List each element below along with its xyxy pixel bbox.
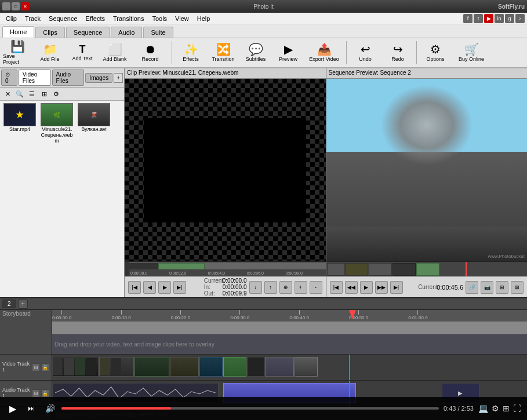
audio-lock-btn[interactable]: 🔒	[41, 389, 49, 397]
video-track-lock[interactable]: 🔒	[41, 363, 49, 371]
overlay-drop-zone[interactable]: Drag and drop your video, text and image…	[52, 334, 527, 354]
menu-view[interactable]: View	[172, 14, 192, 23]
clip-insert-button[interactable]: ⊕	[279, 281, 292, 294]
video-clip-4[interactable]	[170, 357, 199, 377]
add-text-button[interactable]: T Add Text	[67, 39, 97, 66]
seq-expand-button[interactable]: ⊠	[511, 281, 524, 294]
seq-current-value: 0:00:45.6	[437, 284, 463, 291]
menu-sequence[interactable]: Sequence	[45, 14, 81, 23]
maximize-button[interactable]: □	[12, 2, 20, 10]
effects-button[interactable]: ✨ Effects	[176, 39, 206, 66]
options-button[interactable]: ⚙ Options	[420, 39, 450, 66]
timeline-tab-2[interactable]: 2	[2, 300, 16, 308]
youtube-icon[interactable]: ▶	[484, 14, 493, 23]
audio-mute-btn[interactable]: M	[32, 389, 40, 397]
vp-window-icon[interactable]: ⊞	[503, 404, 510, 413]
title-bar-controls[interactable]: _ □ ✕	[2, 2, 29, 10]
video-track-content[interactable]	[52, 355, 527, 380]
video-clip-1[interactable]	[52, 357, 99, 377]
progress-bar[interactable]	[61, 407, 439, 410]
bin-search-button[interactable]: 🔍	[14, 89, 25, 99]
buy-label: Buy Online	[459, 56, 484, 62]
clip-zoom-out-button[interactable]: -	[310, 281, 322, 294]
clip-go-start-button[interactable]: |◀	[128, 281, 141, 294]
clip-zoom-in-button[interactable]: +	[295, 281, 307, 294]
preview-button[interactable]: ▶ Preview	[273, 39, 303, 66]
menu-transitions[interactable]: Transitions	[110, 14, 147, 23]
media-tab-audio[interactable]: Audio Files	[52, 70, 85, 86]
facebook-icon[interactable]: f	[463, 14, 473, 23]
seq-camera-button[interactable]: 📷	[481, 281, 493, 294]
transition-button[interactable]: 🔀 Transition	[208, 39, 238, 66]
media-item-minuscule[interactable]: 🌿 Minuscule21. Сперень.webm	[39, 103, 74, 144]
bin-list-view-button[interactable]: ☰	[27, 89, 37, 99]
add-blank-button[interactable]: ⬜ Add Blank	[100, 39, 130, 66]
video-clip-6[interactable]	[223, 357, 246, 377]
seq-go-end-button[interactable]: ▶|	[390, 281, 403, 294]
tab-home[interactable]: Home	[2, 26, 34, 38]
clip-prev-frame-button[interactable]: ◀	[143, 281, 156, 294]
seq-go-start-button[interactable]: |◀	[330, 281, 343, 294]
video-clip-3[interactable]	[135, 357, 169, 377]
menu-help[interactable]: Help	[194, 14, 214, 23]
media-item-vulkan[interactable]: 🌋 Вулкан.avi	[77, 103, 111, 144]
vp-next-button[interactable]: ⏭	[24, 401, 38, 415]
add-file-button[interactable]: 📁 Add File	[35, 39, 65, 66]
vp-settings-icon[interactable]: ⚙	[492, 404, 499, 413]
clip-out-button[interactable]: ↑	[264, 281, 277, 294]
social-icon-5[interactable]: g	[505, 14, 514, 23]
vp-fullscreen-icon[interactable]: ⛶	[513, 404, 521, 413]
media-tab-add-button[interactable]: +	[114, 73, 123, 83]
vp-play-button[interactable]: ▶	[6, 401, 20, 415]
redo-button[interactable]: ↪ Redo	[383, 39, 413, 66]
video-track-mute[interactable]: M	[32, 363, 40, 371]
bin-grid-view-button[interactable]: ⊞	[39, 89, 49, 99]
tab-sequence[interactable]: Sequence	[66, 27, 110, 38]
arrow-icon[interactable]: ›	[515, 14, 525, 23]
export-video-button[interactable]: 📤 Export Video	[306, 39, 343, 66]
bin-settings-button[interactable]: ⚙	[51, 89, 61, 99]
menu-clip[interactable]: Clip	[2, 14, 20, 23]
clip-next-frame-button[interactable]: ▶|	[173, 281, 186, 294]
media-tab-images[interactable]: Images	[85, 73, 112, 83]
seq-next-frame-button[interactable]: ▶▶	[375, 281, 388, 294]
menu-effects[interactable]: Effects	[82, 14, 108, 23]
preview-icon: ▶	[284, 43, 293, 55]
vp-volume-button[interactable]: 🔊	[43, 401, 57, 415]
minimize-button[interactable]: _	[2, 2, 10, 10]
media-tab-video[interactable]: Video Files	[19, 70, 51, 86]
video-clip-2[interactable]	[99, 357, 134, 377]
tab-clips[interactable]: Clips	[35, 27, 64, 38]
clip-timeline-strip[interactable]: 0:00:00.0 0:00:02.0 0:00:04.0 0:00:06.0 …	[125, 261, 326, 276]
seq-play-button[interactable]: ▶	[360, 281, 373, 294]
save-project-button[interactable]: 💾 Save Project	[2, 39, 32, 66]
twitter-icon[interactable]: t	[474, 14, 483, 23]
vp-laptop-icon[interactable]: 💻	[478, 404, 488, 413]
social-icon-4[interactable]: in	[495, 14, 504, 23]
bin-delete-button[interactable]: ✕	[2, 89, 13, 99]
clip-in-button[interactable]: ↓	[249, 281, 262, 294]
tab-suite[interactable]: Suite	[143, 27, 173, 38]
tab-audio[interactable]: Audio	[111, 27, 142, 38]
video-clip-7[interactable]	[247, 357, 264, 377]
menu-tools[interactable]: Tools	[148, 14, 170, 23]
overlay-track-label	[0, 334, 52, 354]
clip-play-button[interactable]: ▶	[158, 281, 171, 294]
media-tab-all[interactable]: ⊙ 0	[1, 70, 17, 86]
seq-prev-frame-button[interactable]: ◀◀	[345, 281, 358, 294]
seq-zoom-button[interactable]: ⊞	[496, 281, 508, 294]
seq-link-button[interactable]: 🔗	[466, 281, 478, 294]
subtitles-button[interactable]: 💬 Subtitles	[241, 39, 271, 66]
close-button[interactable]: ✕	[21, 2, 29, 10]
undo-button[interactable]: ↩ Undo	[350, 39, 380, 66]
menu-track[interactable]: Track	[21, 14, 44, 23]
video-clip-9[interactable]	[295, 357, 318, 377]
video-clip-5[interactable]	[199, 357, 223, 377]
media-item-star[interactable]: ★ Star.mp4	[2, 103, 37, 144]
record-button[interactable]: ⏺ Record	[132, 39, 168, 66]
timeline-add-tab-button[interactable]: +	[19, 300, 28, 309]
sequence-timeline-strip[interactable]	[326, 261, 528, 276]
video-clip-8[interactable]	[265, 357, 294, 377]
buy-online-button[interactable]: 🛒 Buy Online	[453, 39, 490, 66]
clip-frame	[111, 358, 121, 375]
